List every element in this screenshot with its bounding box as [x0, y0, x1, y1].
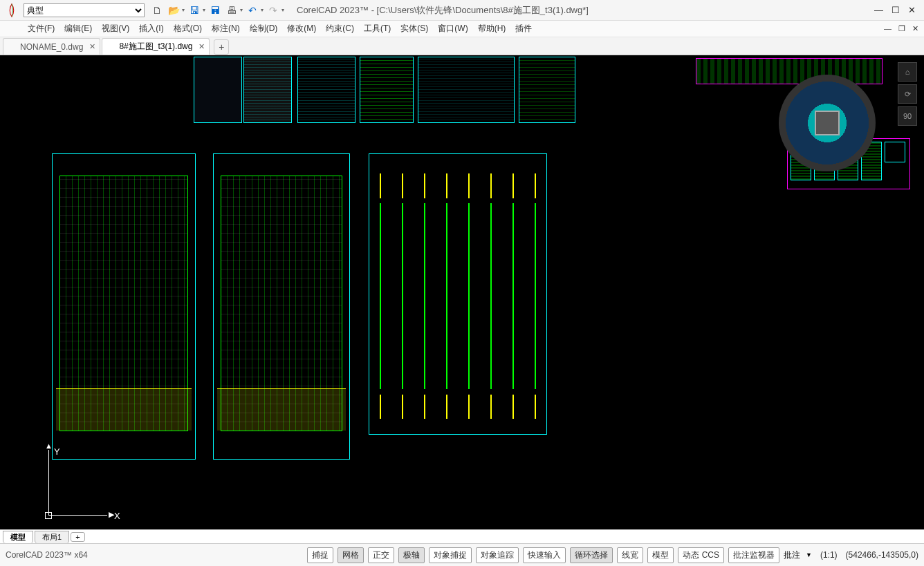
drawing-sheet — [360, 57, 414, 123]
drawing-canvas[interactable]: ⌂ ⟳ 90 Y X — [0, 55, 924, 529]
osnap-button[interactable]: 对象捕捉 — [429, 547, 472, 563]
menu-format[interactable]: 格式(O) — [174, 23, 202, 35]
coordinates-label: (542466,-143505,0) — [846, 550, 918, 560]
section-sheet — [369, 153, 547, 435]
polar-button[interactable]: 极轴 — [398, 547, 425, 563]
minimize-button[interactable]: — — [874, 5, 883, 15]
layout-tabs: 模型 布局1 + — [0, 529, 924, 543]
menu-bar: 文件(F) 编辑(E) 视图(V) 插入(I) 格式(O) 标注(N) 绘制(D… — [0, 21, 924, 37]
menu-edit[interactable]: 编辑(E) — [64, 23, 92, 35]
undo-icon[interactable]: ↶ — [246, 3, 259, 17]
annotation-dropdown[interactable]: 批注▼ — [784, 549, 812, 561]
app-logo-icon — [4, 3, 19, 18]
ortho-button[interactable]: 正交 — [368, 547, 394, 563]
modelspace-button[interactable]: 模型 — [647, 547, 674, 563]
dynamic-ccs-button[interactable]: 动态 CCS — [678, 547, 724, 563]
save-all-icon[interactable]: 🖫 — [187, 3, 201, 17]
annotation-monitor-button[interactable]: 批注监视器 — [728, 547, 779, 563]
doc-tab-1[interactable]: 8#施工图_t3(1).dwg ✕ — [102, 38, 210, 55]
close-button[interactable]: ✕ — [908, 5, 916, 15]
menu-solid[interactable]: 实体(S) — [400, 23, 428, 35]
document-tabs: NONAME_0.dwg ✕ 8#施工图_t3(1).dwg ✕ + — [0, 37, 924, 55]
open-file-icon[interactable]: 📂 — [167, 3, 181, 17]
doc-tab-label: 8#施工图_t3(1).dwg — [119, 41, 192, 53]
close-icon[interactable]: ✕ — [89, 42, 95, 51]
drawing-sheet — [243, 57, 292, 123]
drawing-sheet — [418, 57, 515, 123]
menu-draw[interactable]: 绘制(D) — [250, 23, 278, 35]
mdi-close-button[interactable]: ✕ — [912, 24, 918, 33]
redo-icon[interactable]: ↷ — [266, 3, 280, 17]
layout-tab-layout1[interactable]: 布局1 — [35, 531, 69, 543]
north-angle-label[interactable]: 90 — [898, 106, 917, 126]
status-bar: CorelCAD 2023™ x64 捕捉 网格 正交 极轴 对象捕捉 对象追踪… — [0, 543, 924, 566]
titlebar: 典型 🗋 📂▾ 🖫▾ 🖬 🖶▾ ↶▾ ↷▾ CorelCAD 2023™ - [… — [0, 0, 924, 21]
drawing-sheet — [194, 57, 242, 123]
layer-style-select[interactable]: 典型 — [24, 3, 145, 17]
mdi-minimize-button[interactable]: — — [884, 24, 891, 33]
rotate-view-icon[interactable]: ⟳ — [898, 84, 917, 104]
menu-dimension[interactable]: 标注(N) — [212, 23, 240, 35]
menu-insert[interactable]: 插入(I) — [139, 23, 163, 35]
window-title: CorelCAD 2023™ - [C:\Users\软件先锋\Document… — [297, 4, 589, 17]
grid-button[interactable]: 网格 — [338, 547, 364, 563]
otrack-button[interactable]: 对象追踪 — [476, 547, 519, 563]
close-icon[interactable]: ✕ — [198, 42, 205, 51]
qinput-button[interactable]: 快速输入 — [523, 547, 566, 563]
menu-window[interactable]: 窗口(W) — [438, 23, 468, 35]
add-layout-button[interactable]: + — [71, 532, 84, 542]
scale-label: (1:1) — [820, 550, 838, 560]
elevation-sheet — [52, 153, 196, 460]
add-tab-button[interactable]: + — [214, 39, 229, 55]
status-app-label: CorelCAD 2023™ x64 — [6, 550, 88, 560]
save-icon[interactable]: 🖬 — [208, 3, 222, 17]
ucs-y-label: Y — [54, 446, 60, 457]
view-cube[interactable] — [772, 68, 883, 178]
menu-file[interactable]: 文件(F) — [28, 23, 55, 35]
print-icon[interactable]: 🖶 — [225, 3, 239, 17]
menu-tools[interactable]: 工具(T) — [364, 23, 391, 35]
elevation-sheet — [213, 153, 350, 460]
view-tools: ⌂ ⟳ 90 — [898, 62, 917, 126]
cycle-button[interactable]: 循环选择 — [570, 547, 613, 563]
menu-modify[interactable]: 修改(M) — [287, 23, 316, 35]
doc-tab-0[interactable]: NONAME_0.dwg ✕ — [3, 38, 100, 55]
menu-help[interactable]: 帮助(H) — [478, 23, 506, 35]
menu-view[interactable]: 视图(V) — [102, 23, 129, 35]
drawing-sheet — [519, 57, 575, 123]
mdi-restore-button[interactable]: ❐ — [898, 24, 905, 33]
menu-constraint[interactable]: 约束(C) — [326, 23, 354, 35]
ucs-x-label: X — [114, 511, 120, 521]
home-view-icon[interactable]: ⌂ — [898, 62, 917, 82]
snap-button[interactable]: 捕捉 — [307, 547, 333, 563]
new-file-icon[interactable]: 🗋 — [150, 3, 164, 17]
lineweight-button[interactable]: 线宽 — [617, 547, 643, 563]
maximize-button[interactable]: ☐ — [891, 5, 900, 15]
layout-tab-model[interactable]: 模型 — [3, 531, 33, 543]
quick-toolbar: 🗋 📂▾ 🖫▾ 🖬 🖶▾ ↶▾ ↷▾ — [150, 3, 284, 17]
drawing-sheet — [297, 57, 355, 123]
doc-tab-label: NONAME_0.dwg — [20, 42, 83, 52]
menu-plugin[interactable]: 插件 — [515, 23, 532, 35]
